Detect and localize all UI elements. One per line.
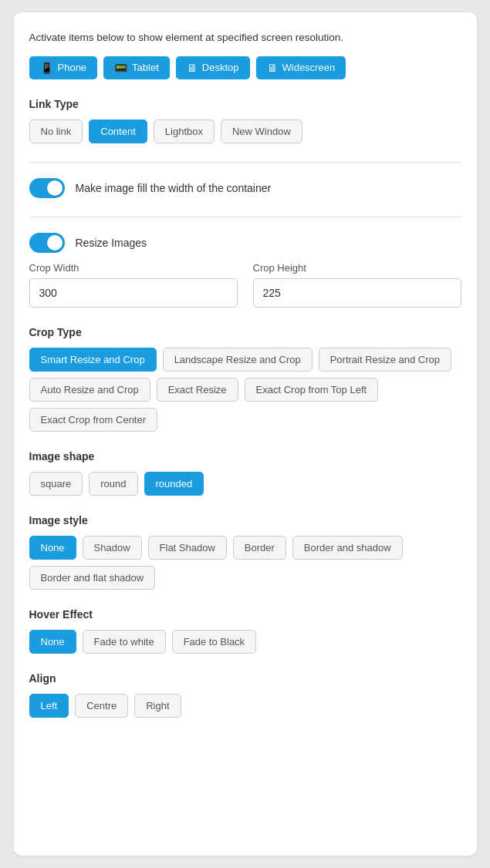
phone-button[interactable]: 📱 Phone: [29, 56, 98, 79]
crop-height-field: Crop Height: [253, 262, 461, 308]
lightbox-button[interactable]: Lightbox: [154, 119, 215, 143]
fade-to-black-button[interactable]: Fade to Black: [172, 630, 257, 654]
crop-width-field: Crop Width: [29, 262, 238, 308]
resize-images-label: Resize Images: [76, 237, 147, 249]
border-shadow-button[interactable]: Border and shadow: [292, 536, 403, 560]
tablet-button[interactable]: 📟 Tablet: [103, 56, 170, 79]
resize-images-section: Resize Images Crop Width Crop Height: [29, 233, 461, 308]
crop-type-section: Crop Type Smart Resize and Crop Landscap…: [29, 326, 461, 432]
align-group: Left Centre Right: [29, 694, 461, 718]
exact-crop-center-button[interactable]: Exact Crop from Center: [29, 408, 158, 432]
screen-resolution-group: 📱 Phone 📟 Tablet 🖥 Desktop 🖥 Widescreen: [29, 56, 461, 79]
image-style-title: Image style: [29, 514, 461, 527]
widescreen-icon: 🖥: [267, 62, 278, 74]
none-style-button[interactable]: None: [29, 536, 76, 560]
fill-width-row: Make image fill the width of the contain…: [29, 178, 461, 198]
crop-type-title: Crop Type: [29, 326, 461, 338]
hover-effect-section: Hover Effect None Fade to white Fade to …: [29, 608, 461, 654]
settings-panel: Activate items below to show element at …: [14, 12, 477, 856]
none-hover-button[interactable]: None: [29, 630, 76, 654]
border-button[interactable]: Border: [233, 536, 286, 560]
content-button[interactable]: Content: [89, 119, 147, 143]
crop-width-label: Crop Width: [29, 262, 238, 274]
landscape-resize-crop-button[interactable]: Landscape Resize and Crop: [163, 348, 313, 372]
tablet-icon: 📟: [114, 62, 127, 74]
link-type-title: Link Type: [29, 98, 461, 110]
auto-resize-crop-button[interactable]: Auto Resize and Crop: [29, 378, 150, 402]
image-style-section: Image style None Shadow Flat Shadow Bord…: [29, 514, 461, 590]
image-shape-section: Image shape square round rounded: [29, 450, 461, 496]
round-button[interactable]: round: [89, 472, 137, 496]
right-align-button[interactable]: Right: [134, 694, 181, 718]
phone-label: Phone: [58, 62, 87, 73]
rounded-button[interactable]: rounded: [144, 472, 204, 496]
crop-type-group: Smart Resize and Crop Landscape Resize a…: [29, 348, 461, 432]
align-title: Align: [29, 672, 461, 685]
shadow-button[interactable]: Shadow: [83, 536, 142, 560]
activate-text: Activate items below to show element at …: [29, 31, 461, 45]
image-shape-title: Image shape: [29, 450, 461, 463]
activate-section: Activate items below to show element at …: [29, 31, 461, 79]
left-align-button[interactable]: Left: [29, 694, 69, 718]
link-type-group: No link Content Lightbox New Window: [29, 119, 461, 143]
toggle-slider-resize[interactable]: [29, 233, 65, 253]
divider-1: [29, 162, 461, 163]
image-style-group: None Shadow Flat Shadow Border Border an…: [29, 536, 461, 590]
toggle-slider-fill[interactable]: [29, 178, 65, 198]
smart-resize-crop-button[interactable]: Smart Resize and Crop: [29, 348, 157, 372]
hover-effect-title: Hover Effect: [29, 608, 461, 621]
crop-dimensions-row: Crop Width Crop Height: [29, 262, 461, 308]
fill-width-label: Make image fill the width of the contain…: [76, 182, 272, 194]
crop-width-input[interactable]: [29, 278, 238, 308]
crop-height-label: Crop Height: [253, 262, 461, 274]
fade-to-white-button[interactable]: Fade to white: [83, 630, 166, 654]
exact-crop-top-left-button[interactable]: Exact Crop from Top Left: [245, 378, 379, 402]
portrait-resize-crop-button[interactable]: Portrait Resize and Crop: [319, 348, 451, 372]
new-window-button[interactable]: New Window: [221, 119, 302, 143]
align-section: Align Left Centre Right: [29, 672, 461, 718]
fill-width-toggle[interactable]: [29, 178, 65, 198]
resize-images-row: Resize Images: [29, 233, 461, 253]
exact-resize-button[interactable]: Exact Resize: [157, 378, 238, 402]
desktop-icon: 🖥: [187, 62, 198, 74]
crop-height-input[interactable]: [253, 278, 461, 308]
image-shape-group: square round rounded: [29, 472, 461, 496]
phone-icon: 📱: [40, 62, 53, 74]
desktop-label: Desktop: [202, 62, 239, 73]
resize-images-toggle[interactable]: [29, 233, 65, 253]
square-button[interactable]: square: [29, 472, 83, 496]
flat-shadow-button[interactable]: Flat Shadow: [148, 536, 227, 560]
border-flat-shadow-button[interactable]: Border and flat shadow: [29, 566, 156, 590]
tablet-label: Tablet: [132, 62, 159, 73]
fill-width-section: Make image fill the width of the contain…: [29, 178, 461, 198]
hover-effect-group: None Fade to white Fade to Black: [29, 630, 461, 654]
centre-align-button[interactable]: Centre: [75, 694, 128, 718]
no-link-button[interactable]: No link: [29, 119, 83, 143]
link-type-section: Link Type No link Content Lightbox New W…: [29, 98, 461, 143]
widescreen-button[interactable]: 🖥 Widescreen: [256, 56, 346, 79]
desktop-button[interactable]: 🖥 Desktop: [176, 56, 250, 79]
divider-2: [29, 217, 461, 217]
widescreen-label: Widescreen: [282, 62, 336, 73]
